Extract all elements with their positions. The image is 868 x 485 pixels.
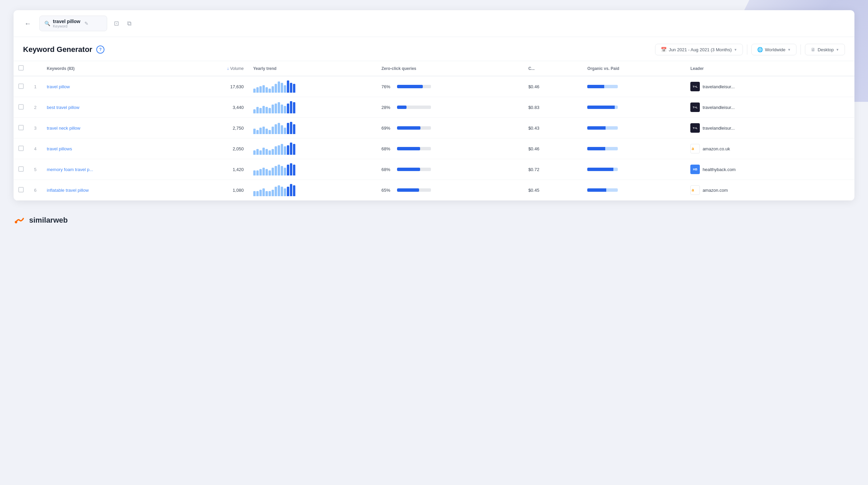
zero-click-wrap: 65% xyxy=(381,188,519,193)
trend-bar xyxy=(275,84,277,93)
trend-bar xyxy=(278,145,280,155)
row-keyword[interactable]: memory foam travel p... xyxy=(42,159,181,180)
organic-bar xyxy=(587,85,618,88)
row-trend xyxy=(249,138,377,159)
clone-icon[interactable]: ⊡ xyxy=(113,18,120,29)
row-checkbox-5[interactable] xyxy=(18,187,24,192)
trend-bar xyxy=(256,87,259,93)
zero-click-fill xyxy=(397,168,420,171)
row-checkbox-cell xyxy=(14,180,28,201)
row-checkbox-4[interactable] xyxy=(18,166,24,172)
row-leader: a amazon.co.uk xyxy=(686,138,854,159)
region-filter-button[interactable]: 🌐 Worldwide ▼ xyxy=(751,44,796,55)
back-button[interactable]: ← xyxy=(22,18,34,29)
row-keyword[interactable]: travel neck pillow xyxy=(42,118,181,138)
header-checkbox[interactable] xyxy=(18,65,24,71)
trend-bar xyxy=(272,105,274,113)
search-pill: 🔍 travel pillow Keyword ✎ xyxy=(39,16,107,31)
row-checkbox-cell xyxy=(14,138,28,159)
trend-bar xyxy=(272,190,274,196)
th-zero-click: Zero-click queries xyxy=(377,61,524,76)
trend-bar xyxy=(293,124,295,134)
organic-bar xyxy=(587,126,618,130)
table-row: 1travel pillow17,630 76% $0.46 T+L trave… xyxy=(14,76,854,97)
row-volume: 2,050 xyxy=(181,138,249,159)
row-number: 6 xyxy=(28,180,42,201)
row-checkbox-cell xyxy=(14,118,28,138)
search-query: travel pillow xyxy=(53,19,80,24)
row-checkbox-2[interactable] xyxy=(18,125,24,130)
trend-bar xyxy=(265,169,268,175)
th-leader: Leader xyxy=(686,61,854,76)
help-button[interactable]: ? xyxy=(96,45,104,54)
row-organic-paid xyxy=(583,97,686,118)
filters: 📅 Jun 2021 - Aug 2021 (3 Months) ▼ 🌐 Wor… xyxy=(655,44,845,55)
trend-bar xyxy=(256,149,259,155)
trend-bar xyxy=(269,89,271,93)
zero-click-bar xyxy=(397,126,431,130)
row-keyword[interactable]: travel pillows xyxy=(42,138,181,159)
trend-bar xyxy=(262,127,265,134)
row-keyword[interactable]: inflatable travel pillow xyxy=(42,180,181,201)
row-organic-paid xyxy=(583,76,686,97)
row-checkbox-cell xyxy=(14,97,28,118)
svg-point-3 xyxy=(15,221,17,223)
th-leader-label: Leader xyxy=(690,66,704,71)
paid-fill xyxy=(604,85,618,88)
trend-bar xyxy=(259,150,262,155)
trend-bar xyxy=(290,122,292,134)
paid-fill xyxy=(615,106,618,109)
trend-bar xyxy=(284,168,286,175)
row-cpc: $0.83 xyxy=(524,97,583,118)
organic-fill xyxy=(587,188,606,192)
trend-bar xyxy=(253,89,256,93)
table-header: Keywords (83) ↓ Volume Yearly trend Zero… xyxy=(14,61,854,76)
svg-text:a: a xyxy=(692,188,694,192)
row-keyword[interactable]: travel pillow xyxy=(42,76,181,97)
trend-bar xyxy=(293,185,295,196)
row-checkbox-3[interactable] xyxy=(18,146,24,151)
trend-bar xyxy=(275,146,277,155)
external-link-icon[interactable]: ⧉ xyxy=(126,19,133,29)
table-row: 4travel pillows2,050 68% $0.46 a amazon.… xyxy=(14,138,854,159)
row-checkbox-cell xyxy=(14,76,28,97)
th-cpc: C... xyxy=(524,61,583,76)
leader-name: amazon.com xyxy=(703,188,728,193)
trend-bar xyxy=(281,187,283,196)
date-filter-label: Jun 2021 - Aug 2021 (3 Months) xyxy=(669,47,732,52)
zero-click-bar xyxy=(397,85,431,88)
row-number: 4 xyxy=(28,138,42,159)
trend-bar xyxy=(275,124,277,134)
device-filter-button[interactable]: 🖥 Desktop ▼ xyxy=(805,44,845,55)
zero-click-fill xyxy=(397,147,420,150)
trend-bar xyxy=(256,170,259,175)
desktop-icon: 🖥 xyxy=(811,47,815,52)
row-checkbox-0[interactable] xyxy=(18,83,24,89)
trend-bar xyxy=(253,150,256,155)
organic-bar xyxy=(587,168,618,171)
row-cpc: $0.46 xyxy=(524,138,583,159)
trend-bar xyxy=(262,188,265,196)
table-row: 3travel neck pillow2,750 69% $0.43 T+L t… xyxy=(14,118,854,138)
calendar-icon: 📅 xyxy=(661,47,667,52)
trend-bar xyxy=(262,106,265,113)
leader-logo: HB xyxy=(690,165,700,174)
trend-bar xyxy=(275,104,277,113)
trend-bar xyxy=(269,130,271,134)
leader-name: healthyback.com xyxy=(703,167,736,172)
row-checkbox-cell xyxy=(14,159,28,180)
edit-icon[interactable]: ✎ xyxy=(84,21,88,26)
zero-click-pct: 68% xyxy=(381,167,394,172)
th-volume[interactable]: ↓ Volume xyxy=(181,61,249,76)
row-volume: 2,750 xyxy=(181,118,249,138)
row-checkbox-1[interactable] xyxy=(18,104,24,110)
row-keyword[interactable]: best travel pillow xyxy=(42,97,181,118)
organic-fill xyxy=(587,126,606,130)
trend-bar xyxy=(290,184,292,196)
organic-fill xyxy=(587,85,604,88)
trend-bar xyxy=(287,187,289,196)
trend-bar xyxy=(275,166,277,175)
organic-bar xyxy=(587,147,618,150)
date-filter-button[interactable]: 📅 Jun 2021 - Aug 2021 (3 Months) ▼ xyxy=(655,44,743,55)
trend-bar xyxy=(253,129,256,134)
